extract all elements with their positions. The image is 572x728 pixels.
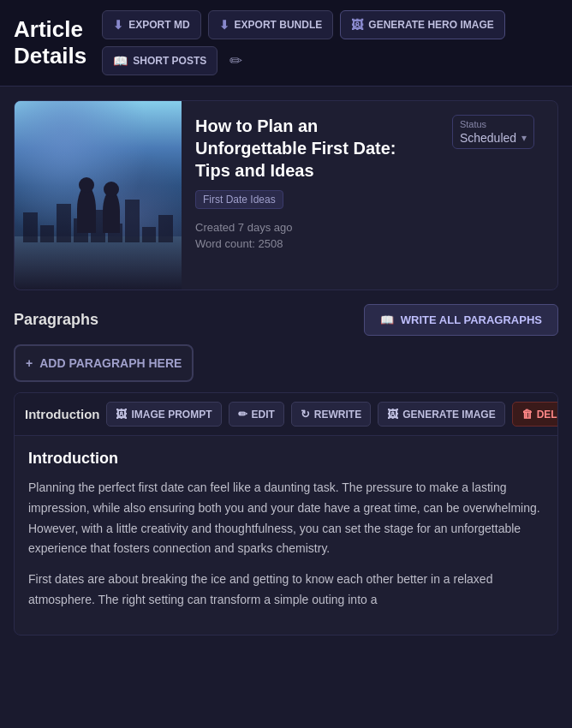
edit-pencil-button[interactable]: ✏ bbox=[224, 46, 247, 75]
article-created: Created 7 days ago bbox=[195, 221, 415, 234]
paragraphs-header: Paragraphs 📖 WRITE ALL PARAGRAPHS bbox=[14, 304, 558, 336]
plus-icon: + bbox=[26, 356, 33, 370]
download-icon: ⬇ bbox=[113, 18, 123, 32]
download-bundle-icon: ⬇ bbox=[219, 18, 229, 32]
export-bundle-button[interactable]: ⬇ EXPORT BUNDLE bbox=[208, 10, 334, 39]
article-card: How to Plan an Unforgettable First Date:… bbox=[14, 100, 558, 290]
book-open-icon: 📖 bbox=[380, 313, 394, 326]
paragraphs-title: Paragraphs bbox=[14, 311, 98, 329]
status-wrapper: Status Scheduled ▾ bbox=[452, 115, 534, 149]
header-buttons: ⬇ EXPORT MD ⬇ EXPORT BUNDLE 🖼 GENERATE H… bbox=[102, 10, 558, 75]
status-label: Status bbox=[460, 119, 527, 129]
article-status-panel: Status Scheduled ▾ bbox=[429, 101, 557, 289]
book-icon: 📖 bbox=[113, 54, 128, 68]
status-value: Scheduled bbox=[460, 131, 516, 145]
paragraph-text-2: First dates are about breaking the ice a… bbox=[28, 570, 544, 611]
edit-button[interactable]: ✏ EDIT bbox=[229, 402, 284, 427]
short-posts-button[interactable]: 📖 SHORT POSTS bbox=[102, 46, 217, 75]
article-tag: First Date Ideas bbox=[195, 190, 283, 209]
article-hero-image bbox=[15, 101, 182, 289]
page-title: ArticleDetails bbox=[14, 16, 86, 69]
article-title: How to Plan an Unforgettable First Date:… bbox=[195, 115, 415, 182]
image-prompt-button[interactable]: 🖼 IMAGE PROMPT bbox=[106, 402, 221, 427]
rewrite-button[interactable]: ↻ REWRITE bbox=[291, 402, 371, 427]
delete-button[interactable]: 🗑 DEL bbox=[512, 402, 558, 427]
paragraph-heading: Introduction bbox=[28, 450, 544, 468]
write-all-paragraphs-button[interactable]: 📖 WRITE ALL PARAGRAPHS bbox=[364, 304, 558, 336]
article-info: How to Plan an Unforgettable First Date:… bbox=[182, 101, 429, 289]
image-icon: 🖼 bbox=[351, 18, 363, 32]
paragraph-toolbar: Introduction 🖼 IMAGE PROMPT ✏ EDIT ↻ REW… bbox=[15, 393, 557, 436]
trash-icon: 🗑 bbox=[521, 408, 533, 421]
generate-hero-button[interactable]: 🖼 GENERATE HERO IMAGE bbox=[340, 10, 504, 39]
rewrite-icon: ↻ bbox=[301, 408, 310, 421]
edit-icon: ✏ bbox=[238, 408, 247, 421]
paragraph-content: Introduction Planning the perfect first … bbox=[15, 436, 557, 635]
header: ArticleDetails ⬇ EXPORT MD ⬇ EXPORT BUND… bbox=[0, 0, 572, 87]
article-word-count: Word count: 2508 bbox=[195, 237, 415, 250]
chevron-down-icon: ▾ bbox=[521, 132, 527, 144]
paragraph-name: Introduction bbox=[25, 407, 99, 421]
status-select[interactable]: Scheduled ▾ bbox=[460, 131, 527, 145]
export-md-button[interactable]: ⬇ EXPORT MD bbox=[102, 10, 200, 39]
add-paragraph-button[interactable]: + ADD PARAGRAPH HERE bbox=[14, 344, 194, 382]
generate-image-icon: 🖼 bbox=[387, 408, 398, 421]
generate-image-button[interactable]: 🖼 GENERATE IMAGE bbox=[378, 402, 504, 427]
paragraph-block-introduction: Introduction 🖼 IMAGE PROMPT ✏ EDIT ↻ REW… bbox=[14, 392, 558, 636]
pencil-icon: ✏ bbox=[229, 52, 242, 69]
paragraph-text-1: Planning the perfect first date can feel… bbox=[28, 478, 544, 559]
image-prompt-icon: 🖼 bbox=[116, 408, 127, 421]
